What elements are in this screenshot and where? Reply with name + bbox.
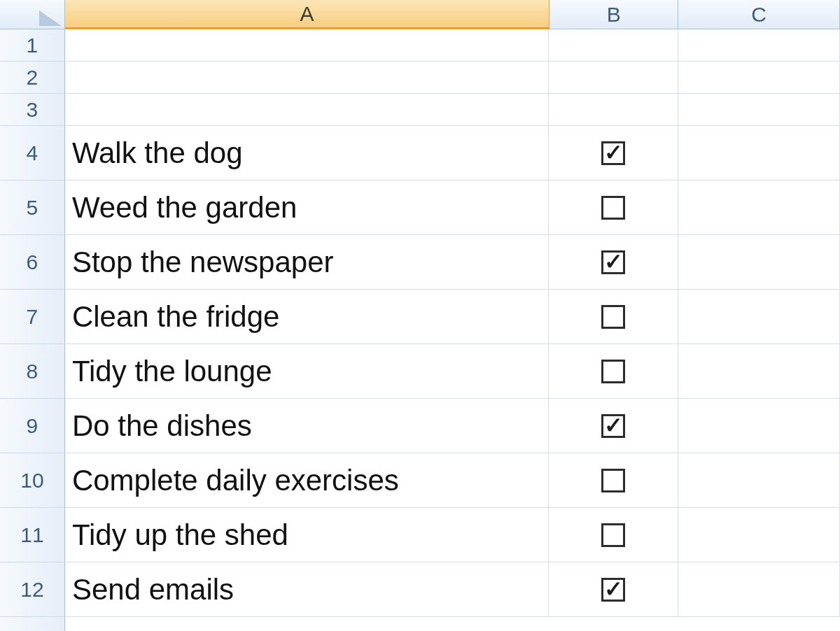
column-header-C[interactable]: C [678, 0, 840, 29]
cell-C10[interactable] [678, 453, 840, 508]
cell-C4[interactable] [678, 126, 840, 180]
row-header-4[interactable]: 4 [0, 126, 65, 180]
cell-B11[interactable] [549, 508, 678, 562]
checkbox-row-4[interactable]: ✓ [601, 141, 625, 165]
column-header-A[interactable]: A [65, 0, 550, 29]
cell-A7[interactable]: Clean the fridge [65, 290, 550, 344]
cell-B6[interactable]: ✓ [549, 235, 678, 290]
cell-C1[interactable] [678, 29, 840, 62]
cell-A1[interactable] [65, 29, 550, 62]
cell-C11[interactable] [678, 508, 840, 562]
select-all-triangle-icon [39, 10, 62, 26]
spreadsheet-view: A B C 1234Walk the dog✓5Weed the garden6… [0, 0, 840, 631]
cell-B3[interactable] [549, 94, 678, 126]
cell-B8[interactable] [549, 344, 678, 399]
cell-B12[interactable]: ✓ [549, 562, 678, 617]
row-header-8[interactable]: 8 [0, 344, 65, 399]
cell-A12[interactable]: Send emails [65, 562, 550, 617]
checkbox-row-5[interactable] [601, 196, 625, 220]
cell-C8[interactable] [678, 344, 840, 399]
cell-A3[interactable] [65, 94, 550, 126]
row-header-11[interactable]: 11 [0, 508, 65, 562]
table-row: 5Weed the garden [0, 180, 840, 235]
table-row [0, 617, 840, 631]
row-header-3[interactable]: 3 [0, 94, 65, 126]
table-row: 9Do the dishes✓ [0, 399, 840, 453]
row-header-10[interactable]: 10 [0, 453, 65, 508]
cell-B5[interactable] [549, 180, 678, 235]
row-header-12[interactable]: 12 [0, 562, 65, 617]
table-row: 4Walk the dog✓ [0, 126, 840, 180]
cell-A11[interactable]: Tidy up the shed [65, 508, 550, 562]
cell-B7[interactable] [549, 290, 678, 344]
cell-B2[interactable] [549, 62, 678, 94]
checkbox-row-7[interactable] [601, 305, 625, 329]
cell-A9[interactable]: Do the dishes [65, 399, 550, 453]
cell-B1[interactable] [549, 29, 678, 62]
cell-A13[interactable] [65, 617, 550, 631]
cell-A10[interactable]: Complete daily exercises [65, 453, 550, 508]
cell-B13[interactable] [550, 617, 678, 631]
cell-A6[interactable]: Stop the newspaper [65, 235, 550, 290]
cell-C12[interactable] [678, 562, 840, 617]
cell-B4[interactable]: ✓ [549, 126, 678, 180]
cell-C9[interactable] [678, 399, 840, 453]
table-row: 3 [0, 94, 840, 126]
row-header-7[interactable]: 7 [0, 290, 65, 344]
rows-area: 1234Walk the dog✓5Weed the garden6Stop t… [0, 29, 840, 631]
row-header-9[interactable]: 9 [0, 399, 65, 453]
cell-A5[interactable]: Weed the garden [65, 180, 550, 235]
row-header-2[interactable]: 2 [0, 62, 65, 94]
checkbox-row-9[interactable]: ✓ [601, 414, 625, 438]
cell-A8[interactable]: Tidy the lounge [65, 344, 550, 399]
cell-C13[interactable] [678, 617, 840, 631]
table-row: 11Tidy up the shed [0, 508, 840, 562]
cell-B10[interactable] [549, 453, 678, 508]
column-header-row: A B C [0, 0, 840, 29]
checkbox-row-6[interactable]: ✓ [601, 250, 625, 274]
table-row: 7Clean the fridge [0, 290, 840, 344]
checkbox-row-12[interactable]: ✓ [601, 578, 625, 602]
row-header-5[interactable]: 5 [0, 180, 65, 235]
cell-C2[interactable] [678, 62, 840, 94]
row-header-13[interactable] [0, 617, 65, 631]
cell-C5[interactable] [678, 180, 840, 235]
table-row: 6Stop the newspaper✓ [0, 235, 840, 290]
cell-C3[interactable] [678, 94, 840, 126]
table-row: 1 [0, 29, 840, 62]
select-all-corner[interactable] [0, 0, 65, 29]
checkbox-row-8[interactable] [601, 360, 625, 383]
cell-C7[interactable] [678, 290, 840, 344]
table-row: 2 [0, 62, 840, 94]
cell-C6[interactable] [678, 235, 840, 290]
cell-B9[interactable]: ✓ [549, 399, 678, 453]
table-row: 8Tidy the lounge [0, 344, 840, 399]
row-header-1[interactable]: 1 [0, 29, 65, 62]
table-row: 12Send emails✓ [0, 562, 840, 617]
cell-A4[interactable]: Walk the dog [65, 126, 550, 180]
row-header-6[interactable]: 6 [0, 235, 65, 290]
checkbox-row-11[interactable] [601, 523, 625, 547]
checkbox-row-10[interactable] [601, 469, 625, 492]
cell-A2[interactable] [65, 62, 550, 94]
column-header-B[interactable]: B [550, 0, 678, 29]
table-row: 10Complete daily exercises [0, 453, 840, 508]
